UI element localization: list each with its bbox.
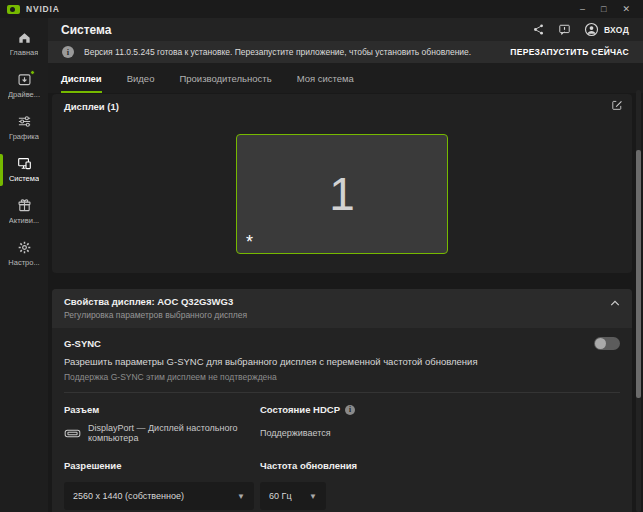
- properties-subtitle: Регулировка параметров выбранного диспле…: [64, 310, 247, 320]
- connector-value-text: DisplayPort — Дисплей настольного компью…: [88, 423, 260, 443]
- properties-header[interactable]: Свойства дисплея: AOC Q32G3WG3 Регулиров…: [52, 289, 632, 328]
- sidebar-item-label: Главная: [10, 48, 39, 57]
- resolution-dropdown[interactable]: 2560 x 1440 (собственное) ▼: [64, 482, 254, 510]
- sidebar-item-label: Графика: [9, 132, 39, 141]
- refresh-rate-dropdown[interactable]: 60 Гц ▼: [260, 482, 326, 510]
- page-header: Система ВХОД: [48, 18, 643, 41]
- scrollbar-track[interactable]: [636, 90, 641, 512]
- displays-panel-title: Дисплеи (1): [64, 101, 119, 112]
- content-area: Дисплеи (1) 1 * Свойства дисплея: AOC Q3…: [48, 93, 643, 512]
- properties-header-text: Свойства дисплея: AOC Q32G3WG3 Регулиров…: [64, 296, 247, 320]
- refresh-rate-label: Частота обновления: [260, 460, 620, 471]
- graphics-sliders-icon: [17, 114, 32, 129]
- displays-panel: Дисплеи (1) 1 *: [52, 94, 632, 273]
- driver-icon: [17, 72, 32, 87]
- tab-bar: Дисплеи Видео Производительность Моя сис…: [48, 63, 643, 93]
- sidebar-item-system[interactable]: Система: [0, 149, 48, 191]
- app-name: NVIDIA: [26, 4, 60, 14]
- sidebar-item-label: Драйве...: [8, 90, 40, 99]
- primary-display-marker: *: [246, 233, 253, 251]
- nvidia-app-window: NVIDIA – □ ✕ Главная Драйве...: [0, 0, 643, 512]
- displayport-icon: [64, 428, 81, 439]
- tab-video[interactable]: Видео: [127, 63, 155, 93]
- gsync-section: G-SYNC Разрешить параметры G-SYNC для вы…: [52, 328, 632, 392]
- gsync-description: Разрешить параметры G-SYNC для выбранног…: [64, 356, 620, 367]
- minimize-button[interactable]: –: [580, 5, 585, 14]
- titlebar: NVIDIA – □ ✕: [0, 0, 643, 18]
- properties-grid: Разъем Состояние HDCP DisplayPort — Дисп…: [52, 393, 632, 512]
- sidebar-item-label: Настро...: [8, 258, 39, 267]
- display-properties-panel: Свойства дисплея: AOC Q32G3WG3 Регулиров…: [52, 289, 632, 512]
- tab-performance[interactable]: Производительность: [179, 63, 271, 93]
- login-label: ВХОД: [604, 25, 629, 35]
- hdcp-info-icon[interactable]: [345, 405, 355, 415]
- nvidia-logo-icon: [7, 5, 20, 14]
- chevron-down-icon: ▼: [237, 492, 245, 501]
- driver-update-badge: [30, 70, 35, 75]
- display-number: 1: [329, 171, 355, 217]
- update-message: Версия 11.0.5.245 готова к установке. Пе…: [84, 47, 471, 57]
- sidebar-item-graphics[interactable]: Графика: [0, 107, 48, 149]
- display-1-box[interactable]: 1 *: [236, 134, 448, 254]
- properties-title: Свойства дисплея: AOC Q32G3WG3: [64, 296, 247, 307]
- update-banner: Версия 11.0.5.245 готова к установке. Пе…: [48, 41, 643, 63]
- chevron-up-icon[interactable]: [610, 300, 620, 307]
- login-button[interactable]: ВХОД: [584, 22, 629, 37]
- header-actions: ВХОД: [532, 22, 629, 37]
- sidebar-item-label: Система: [9, 174, 39, 183]
- connector-label: Разъем: [64, 404, 260, 415]
- edit-displays-icon[interactable]: [611, 99, 623, 111]
- gear-icon: [17, 240, 32, 255]
- tab-displays[interactable]: Дисплеи: [61, 63, 102, 93]
- gsync-title: G-SYNC: [64, 338, 101, 349]
- main-area: Система ВХОД: [48, 18, 643, 512]
- maximize-button[interactable]: □: [601, 5, 606, 14]
- sidebar-item-label: Активи...: [9, 216, 39, 225]
- info-icon: [62, 46, 74, 58]
- connector-value: DisplayPort — Дисплей настольного компью…: [64, 423, 260, 443]
- tab-my-system[interactable]: Моя система: [297, 63, 354, 93]
- sidebar-item-activations[interactable]: Активи...: [0, 191, 48, 233]
- page-title: Система: [61, 23, 112, 37]
- gsync-note: Поддержка G-SYNC этим дисплеем не подтве…: [64, 372, 620, 382]
- hdcp-value: Поддерживается: [260, 423, 620, 443]
- scrollbar-thumb[interactable]: [636, 150, 641, 398]
- sidebar-item-drivers[interactable]: Драйве...: [0, 65, 48, 107]
- share-icon[interactable]: [532, 23, 545, 36]
- refresh-rate-value: 60 Гц: [269, 491, 292, 501]
- feedback-icon[interactable]: [558, 23, 571, 36]
- resolution-value: 2560 x 1440 (собственное): [73, 491, 184, 501]
- hdcp-label: Состояние HDCP: [260, 404, 620, 415]
- avatar-icon: [584, 22, 599, 37]
- chevron-down-icon: ▼: [309, 492, 317, 501]
- hdcp-label-text: Состояние HDCP: [260, 404, 340, 415]
- home-icon: [17, 30, 32, 45]
- sidebar-item-settings[interactable]: Настро...: [0, 233, 48, 275]
- sidebar-item-home[interactable]: Главная: [0, 23, 48, 65]
- gift-icon: [17, 198, 32, 213]
- resolution-label: Разрешение: [64, 460, 260, 471]
- close-button[interactable]: ✕: [622, 5, 630, 14]
- restart-now-button[interactable]: ПЕРЕЗАПУСТИТЬ СЕЙЧАС: [510, 47, 629, 57]
- sidebar: Главная Драйве... Графика Система: [0, 18, 48, 512]
- gsync-toggle[interactable]: [594, 337, 620, 350]
- window-controls: – □ ✕: [580, 5, 636, 14]
- toggle-knob: [595, 338, 606, 349]
- system-monitor-icon: [17, 156, 32, 171]
